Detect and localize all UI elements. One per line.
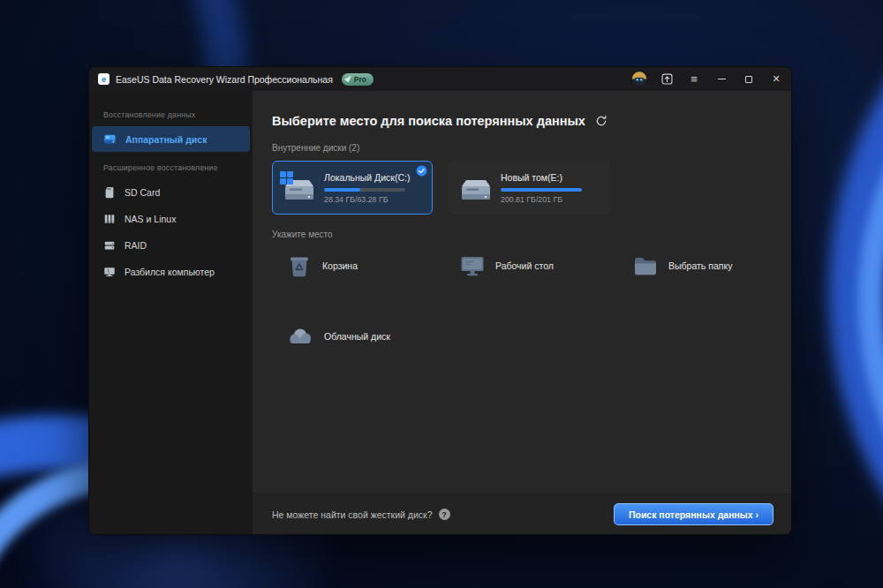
hamburger-glyph: ≡ <box>691 73 698 85</box>
location-label: Рабочий стол <box>495 260 554 271</box>
location-select-folder[interactable]: Выбрать папку <box>632 253 792 279</box>
easeus-window: e EaseUS Data Recovery Wizard Профессион… <box>88 66 792 535</box>
disk-usage-text: 200.81 ГБ/201 ГБ <box>501 195 582 204</box>
disk-usage-text: 28.34 ГБ/63.28 ГБ <box>324 195 410 204</box>
sidebar-item-label: Разбился компьютер <box>125 267 215 277</box>
page-title: Выберите место для поиска потерянных дан… <box>272 114 585 128</box>
new-volume-e-icon <box>458 173 494 203</box>
sidebar-item-raid[interactable]: RAID <box>92 232 250 258</box>
sidebar-item-sd-card[interactable]: SD Card <box>92 179 250 205</box>
upgrade-icon[interactable] <box>659 72 675 87</box>
crashed-computer-icon <box>103 266 116 278</box>
help-row: Не можете найти свой жесткий диск? ? <box>272 509 450 520</box>
disk-name: Новый том(E:) <box>501 172 582 183</box>
raid-icon <box>103 239 116 252</box>
sidebar: Восстановление данных Аппаратный диск Ра… <box>89 91 253 534</box>
titlebar: e EaseUS Data Recovery Wizard Профессион… <box>89 67 791 91</box>
menu-icon[interactable]: ≡ <box>686 72 702 87</box>
location-cloud-drive[interactable]: Облачный диск <box>286 323 459 350</box>
easeus-logo-icon: e <box>98 73 109 85</box>
sidebar-section-data-recovery: Восстановление данных <box>89 100 253 125</box>
sidebar-item-hardware-disk[interactable]: Аппаратный диск <box>92 126 250 152</box>
location-recycle-bin[interactable]: Корзина <box>286 253 459 279</box>
main-content: Выберите место для поиска потерянных дан… <box>253 91 791 350</box>
disk-usage-bar-fill <box>501 188 582 192</box>
sidebar-section-advanced-recovery: Расширенное восстановление <box>89 153 253 178</box>
main-panel: Выберите место для поиска потерянных дан… <box>253 91 791 534</box>
disk-cards: Локальный Диск(C:) 28.34 ГБ/63.28 ГБ <box>272 161 774 215</box>
pro-badge[interactable]: Pro <box>342 73 374 86</box>
drive-icon <box>458 173 494 203</box>
location-label: Выбрать папку <box>668 260 732 271</box>
help-icon[interactable]: ? <box>439 509 450 520</box>
sidebar-item-label: NAS и Linux <box>125 214 176 224</box>
window-title: EaseUS Data Recovery Wizard Профессионал… <box>116 74 333 85</box>
windows-logo-icon <box>280 171 293 185</box>
sd-card-icon <box>103 186 116 199</box>
desktop-icon <box>459 253 486 279</box>
location-label: Корзина <box>322 260 358 271</box>
disk-usage-bar <box>501 188 582 192</box>
location-grid: Корзина Рабочий стол <box>286 253 774 350</box>
pro-wing-icon <box>344 76 351 83</box>
specify-location-label: Укажите место <box>272 230 774 239</box>
upgrade-arrow-icon <box>660 72 674 86</box>
internal-disks-label: Внутренние диски (2) <box>272 143 774 153</box>
close-icon: ✕ <box>772 74 780 84</box>
maximize-icon <box>745 76 752 83</box>
location-label: Облачный диск <box>324 331 390 342</box>
folder-icon <box>632 253 659 279</box>
footer-bar: Не можете найти свой жесткий диск? ? Пои… <box>253 494 791 534</box>
hdd-icon <box>103 132 117 146</box>
disk-card-new-volume-e[interactable]: Новый том(E:) 200.81 ГБ/201 ГБ <box>449 161 609 215</box>
disk-name: Локальный Диск(C:) <box>324 172 410 183</box>
sidebar-item-crashed-computer[interactable]: Разбился компьютер <box>92 259 250 284</box>
disk-usage-bar <box>324 188 405 192</box>
disk-usage-bar-fill <box>324 188 360 192</box>
sidebar-item-nas-linux[interactable]: NAS и Linux <box>92 206 250 231</box>
pro-badge-label: Pro <box>354 75 366 84</box>
sidebar-item-label: RAID <box>125 240 147 251</box>
recycle-bin-icon <box>286 253 313 279</box>
robot-avatar-icon <box>631 70 647 88</box>
refresh-icon[interactable] <box>595 115 608 127</box>
local-disk-c-icon <box>282 173 317 203</box>
nas-icon <box>103 213 116 225</box>
help-text: Не можете найти свой жесткий диск? <box>272 509 433 520</box>
disk-card-local-c[interactable]: Локальный Диск(C:) 28.34 ГБ/63.28 ГБ <box>272 161 433 215</box>
maximize-button[interactable] <box>741 72 757 87</box>
titlebar-controls: ≡ ✕ <box>631 72 784 87</box>
location-desktop[interactable]: Рабочий стол <box>459 253 632 279</box>
selected-check-icon <box>416 165 427 177</box>
scan-button[interactable]: Поиск потерянных данных › <box>614 503 774 525</box>
sidebar-item-label: Аппаратный диск <box>125 134 207 145</box>
close-button[interactable]: ✕ <box>768 72 784 87</box>
minimize-icon <box>718 79 726 79</box>
cloud-icon <box>286 323 314 350</box>
assistant-bot-icon[interactable] <box>631 72 647 87</box>
minimize-button[interactable] <box>713 72 729 87</box>
logo-letter: e <box>102 75 106 84</box>
sidebar-item-label: SD Card <box>125 187 160 198</box>
app-body: Восстановление данных Аппаратный диск Ра… <box>89 91 791 534</box>
